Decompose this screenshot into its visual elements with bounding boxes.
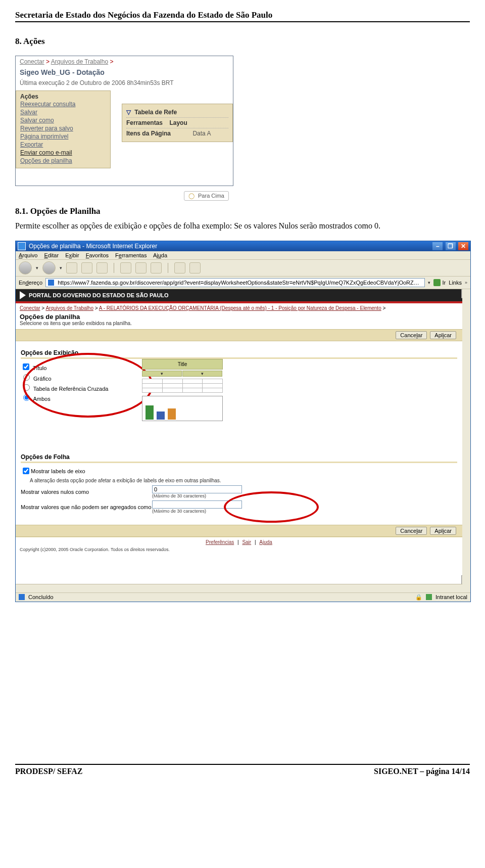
acao-imprimivel[interactable]: Página imprimível (20, 132, 106, 141)
label-layout: Layou (169, 119, 187, 126)
home-button[interactable] (96, 262, 108, 273)
acao-exportar[interactable]: Exportar (20, 141, 106, 149)
row-itens[interactable]: Itens da Página Data A (126, 128, 228, 139)
bar-2 (157, 412, 165, 420)
acao-salvar[interactable]: Salvar (20, 108, 106, 116)
go-button[interactable]: Ir (433, 279, 446, 286)
menu-editar[interactable]: EditarEditar (44, 252, 59, 258)
mail-button[interactable] (174, 262, 185, 273)
apply-button[interactable]: AplicarAplicar (430, 331, 456, 339)
aviso-labels: A alteração desta opção pode afetar a ex… (30, 478, 457, 483)
menu-arquivo[interactable]: AArquivorquivo (19, 252, 37, 258)
crumb-sep: > (383, 305, 386, 311)
stop-button[interactable] (66, 262, 77, 273)
cancel-button[interactable]: CancelarCancelar (396, 527, 427, 535)
preview-panel: Title ▾ ▾ (142, 359, 223, 421)
crumb-conectar[interactable]: Conectar (20, 58, 44, 65)
label-valores-agregados: Mostrar valores que não podem ser agrega… (21, 504, 152, 510)
link-ajuda[interactable]: Ajuda (259, 539, 272, 545)
back-button[interactable] (19, 261, 32, 275)
row-ferramentas[interactable]: Ferramentas Layou (126, 117, 228, 128)
go-label: Ir (443, 280, 446, 286)
copyright-text: Copyright (c)2000, 2005 Oracle Corporati… (16, 547, 462, 554)
checkbox-titulo[interactable] (23, 363, 29, 370)
links-chevron[interactable]: » (465, 280, 467, 285)
checkbox-labels-eixo[interactable] (23, 468, 29, 474)
label-labels-eixo: Mostrar labels de eixo (31, 468, 85, 474)
up-icon: ◯ (188, 193, 195, 199)
options-title: Opções de planilha (16, 313, 462, 321)
crumb-relatorio[interactable]: A - RELATÓRIOS DA EXECUÇÃO ORÇAMENTÁRIA … (99, 305, 381, 311)
label-valores-nulos: Mostrar valores nulos como (21, 489, 152, 495)
favorites-button[interactable] (135, 262, 147, 273)
menu-exibir[interactable]: ExibirExibir (65, 252, 79, 258)
acoes-header: Ações (20, 93, 106, 100)
links-label[interactable]: Links (449, 280, 462, 286)
menu-favoritos[interactable]: FavoritosFavoritos (86, 252, 109, 258)
link-sair[interactable]: Sair (242, 539, 251, 545)
crumb-arquivos[interactable]: Arquivos de Trabalho (51, 58, 108, 65)
address-input[interactable]: https://www7.fazenda.sp.gov.br/discovere… (45, 278, 424, 287)
link-preferencias[interactable]: Preferências (206, 539, 234, 545)
search-button[interactable] (120, 262, 131, 273)
opt-titulo[interactable]: Título (21, 362, 457, 372)
screenshot-acoes: Conectar > Arquivos de Trabalho > Sigeo … (15, 56, 233, 186)
fwd-dropdown[interactable]: ▾ (60, 265, 62, 270)
forward-button[interactable] (42, 261, 56, 275)
screenshot-browser: Opções de planilha - Microsoft Internet … (15, 241, 471, 602)
close-button[interactable]: ✕ (458, 242, 468, 250)
acao-salvar-como[interactable]: Salvar como (20, 116, 106, 124)
label-tabela: Tabela de Referência Cruzada (33, 386, 109, 392)
acao-opcoes-planilha[interactable]: Opções de planilha (20, 157, 106, 165)
print-button[interactable] (189, 262, 201, 273)
zone-text: Intranet local (435, 594, 467, 600)
portal-title: PORTAL DO GOVERNO DO ESTADO DE SÃO PAULO (29, 292, 169, 298)
opt-ambos[interactable]: Ambos (21, 393, 457, 402)
crumb-conectar[interactable]: Conectar (20, 305, 40, 311)
crumb-sep: > (95, 305, 98, 311)
opt-tabela[interactable]: Tabela de Referência Cruzada (21, 383, 457, 392)
bar-1 (146, 405, 154, 420)
options-subtitle: Selecione os itens que serão exibidos na… (16, 321, 462, 329)
panels: Ações Reexecutar consulta Salvar Salvar … (16, 90, 233, 186)
acao-reexecutar[interactable]: Reexecutar consulta (20, 100, 106, 108)
acao-enviar-email[interactable]: Enviar como e-mail (20, 149, 106, 157)
radio-tabela[interactable] (23, 384, 30, 391)
preview-chart (142, 396, 223, 421)
menu-ferramentas[interactable]: FerramentasFerramentas (115, 252, 147, 258)
apply-button[interactable]: AplicarAplicar (430, 527, 456, 535)
breadcrumb: Conectar > Arquivos de Trabalho > (16, 56, 233, 67)
input-valores-nulos[interactable] (152, 485, 242, 493)
history-button[interactable] (151, 262, 162, 273)
address-label: EndereçoEndereço (19, 280, 42, 286)
cancel-button[interactable]: CancelarCancelar (396, 331, 427, 339)
back-dropdown[interactable]: ▾ (36, 265, 38, 270)
portal-logo-icon (20, 291, 26, 299)
radio-grafico[interactable] (23, 374, 30, 381)
maximize-button[interactable]: ❐ (446, 242, 456, 250)
document-footer: PRODESP/ SEFAZ SIGEO.NET – página 14/14 (15, 765, 470, 776)
menu-ajuda[interactable]: AjudaAjuda (153, 252, 167, 258)
para-cima-button[interactable]: ◯ Para Cima (184, 191, 229, 201)
radio-ambos[interactable] (23, 394, 30, 401)
acao-reverter[interactable]: Reverter para salvo (20, 124, 106, 132)
crumb-arquivos[interactable]: Arquivos de Trabalho (45, 305, 93, 311)
refresh-button[interactable] (81, 262, 92, 273)
button-row-bottom: CancelarCancelar AplicarAplicar (16, 525, 462, 537)
page-header: Secretaria de Estado dos Negócios da Faz… (15, 10, 470, 22)
preview-title: Title (142, 359, 223, 370)
input-valores-agregados[interactable] (152, 500, 242, 509)
minimize-button[interactable]: – (432, 242, 443, 250)
scroll-up[interactable] (461, 289, 470, 298)
label-ambos: Ambos (33, 396, 50, 402)
page-icon (19, 594, 25, 600)
opt-labels-eixo[interactable]: Mostrar labels de eixo (21, 466, 457, 476)
address-dropdown[interactable]: ▾ (428, 280, 430, 285)
acoes-panel: Ações Reexecutar consulta Salvar Salvar … (16, 90, 111, 168)
opt-grafico[interactable]: Gráfico (21, 373, 457, 382)
crumb-sep: > (46, 58, 50, 65)
row-tabela[interactable]: ▽ Tabela de Refe (126, 107, 228, 117)
scroll-down[interactable] (461, 575, 470, 584)
horizontal-scrollbar[interactable] (16, 584, 462, 592)
go-icon (433, 279, 441, 286)
